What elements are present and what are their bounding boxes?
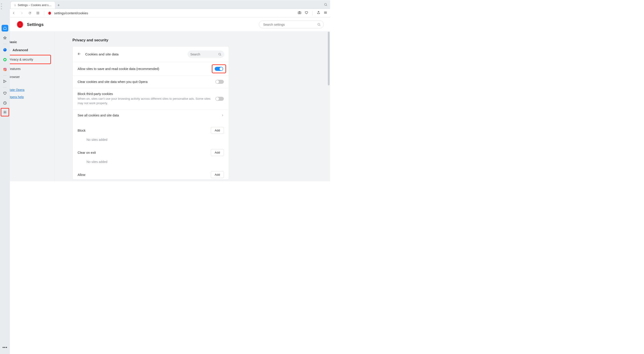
- settings-body: Basic Advanced Privacy & security Featur…: [0, 32, 330, 181]
- app-frame: Settings – Cookies and site data setting…: [0, 0, 330, 181]
- share-button[interactable]: [317, 11, 320, 15]
- search-icon: [317, 22, 321, 26]
- back-button[interactable]: [11, 10, 16, 16]
- svg-point-6: [4, 112, 6, 113]
- heart-button[interactable]: [304, 11, 308, 15]
- section-allow: Allow Add: [73, 171, 229, 179]
- menu-button[interactable]: [324, 11, 327, 15]
- rail-divider: [3, 87, 7, 87]
- svg-rect-9: [37, 12, 38, 13]
- tab-title: Settings – Cookies and site data: [18, 3, 52, 7]
- row-label: Block third-party cookies: [78, 92, 211, 96]
- nav-rate-opera[interactable]: Rate Opera: [4, 86, 50, 93]
- toggle-highlight: [212, 64, 226, 73]
- section-title: Allow: [78, 173, 211, 177]
- row-sublabel: When on, sites can't use your browsing a…: [78, 96, 211, 105]
- settings-icon[interactable]: [2, 109, 8, 115]
- card-back-button[interactable]: [77, 52, 81, 57]
- reload-button[interactable]: [27, 10, 32, 16]
- tab-settings[interactable]: Settings – Cookies and site data: [10, 1, 55, 9]
- clear-exit-empty-text: No sites added: [73, 156, 229, 166]
- section-title: Block: [78, 129, 211, 132]
- settings-header: Settings: [0, 17, 330, 32]
- nav-browser[interactable]: Browser: [4, 73, 50, 81]
- settings-rail-highlight: [1, 108, 9, 116]
- svg-point-15: [49, 12, 50, 14]
- add-allow-button[interactable]: Add: [211, 171, 224, 178]
- svg-rect-16: [298, 12, 301, 14]
- forward-button[interactable]: [19, 10, 24, 16]
- svg-point-4: [6, 68, 6, 69]
- chevron-right-icon: [221, 114, 224, 117]
- scrollbar-thumb[interactable]: [328, 32, 330, 85]
- add-block-button[interactable]: Add: [211, 127, 224, 134]
- url-text[interactable]: settings/content/cookies: [54, 11, 88, 15]
- gear-icon: [14, 4, 16, 7]
- svg-rect-12: [38, 13, 39, 14]
- cookies-card: Cookies and site data Allow sites to sav…: [72, 46, 229, 180]
- nav-privacy-security[interactable]: Privacy & security: [4, 55, 50, 63]
- section-title: Clear on exit: [78, 151, 211, 154]
- svg-point-20: [19, 22, 21, 26]
- block-empty-text: No sites added: [73, 134, 229, 144]
- rail-dot: [1, 6, 2, 7]
- section-heading: Privacy and security: [72, 38, 312, 42]
- section-clear-on-exit: Clear on exit Add: [73, 149, 229, 156]
- toggle-allow-cookies[interactable]: [215, 67, 223, 71]
- row-clear-on-quit: Clear cookies and site data when you qui…: [73, 75, 229, 88]
- row-see-all-cookies[interactable]: See all cookies and site data: [73, 109, 229, 121]
- nav-features[interactable]: Features: [4, 65, 50, 73]
- tab-strip: Settings – Cookies and site data: [0, 0, 330, 9]
- rail-divider: [3, 44, 7, 44]
- tabstrip-search-button[interactable]: [321, 0, 330, 9]
- add-clear-exit-button[interactable]: Add: [211, 149, 224, 156]
- search-settings[interactable]: [259, 20, 324, 28]
- browser-siderail: •••: [0, 0, 10, 181]
- opera-logo: [16, 21, 24, 28]
- rail-dot: [1, 3, 2, 4]
- history-icon[interactable]: [2, 100, 8, 106]
- nav-basic[interactable]: Basic: [4, 38, 50, 46]
- row-label: Allow sites to save and read cookie data…: [78, 67, 210, 71]
- bookmarks-icon[interactable]: [2, 35, 8, 41]
- page-title: Settings: [27, 22, 44, 27]
- row-label: Clear cookies and site data when you qui…: [78, 80, 211, 84]
- svg-rect-2: [3, 68, 6, 71]
- section-block: Block Add: [73, 127, 229, 134]
- toggle-block-third-party[interactable]: [215, 97, 224, 101]
- rail-divider: [3, 75, 7, 75]
- row-allow-cookies: Allow sites to save and read cookie data…: [73, 62, 229, 75]
- home-icon[interactable]: [2, 25, 8, 31]
- instagram-icon[interactable]: [2, 66, 8, 73]
- card-search-input[interactable]: [190, 52, 216, 56]
- heart-icon[interactable]: [2, 90, 8, 96]
- opera-icon: [48, 11, 52, 15]
- settings-main: Privacy and security Cookies and site da…: [54, 32, 330, 181]
- speed-dial-button[interactable]: [35, 10, 40, 16]
- whatsapp-icon[interactable]: [2, 56, 8, 63]
- row-label: See all cookies and site data: [78, 113, 217, 117]
- card-search[interactable]: [188, 50, 224, 58]
- nav-opera-help[interactable]: Opera help: [4, 93, 50, 101]
- svg-point-7: [15, 5, 16, 5]
- svg-rect-11: [37, 13, 38, 14]
- nav-advanced-label: Advanced: [12, 48, 28, 52]
- new-tab-button[interactable]: [55, 1, 62, 9]
- snapshot-button[interactable]: [298, 11, 302, 15]
- messenger-icon[interactable]: [2, 46, 8, 53]
- search-icon: [218, 52, 222, 56]
- send-icon[interactable]: [2, 78, 8, 85]
- addressbar-actions: [298, 11, 327, 15]
- divider: [44, 11, 44, 15]
- search-settings-input[interactable]: [263, 23, 314, 26]
- row-block-third-party: Block third-party cookies When on, sites…: [73, 88, 229, 109]
- nav-advanced[interactable]: Advanced: [4, 46, 50, 54]
- svg-point-0: [3, 48, 7, 52]
- card-header: Cookies and site data: [73, 46, 229, 62]
- rail-dot: [1, 8, 2, 9]
- card-title: Cookies and site data: [85, 52, 118, 56]
- svg-rect-10: [38, 12, 39, 13]
- address-bar: settings/content/cookies: [0, 9, 330, 17]
- svg-point-17: [299, 12, 300, 13]
- toggle-clear-on-quit[interactable]: [215, 80, 224, 84]
